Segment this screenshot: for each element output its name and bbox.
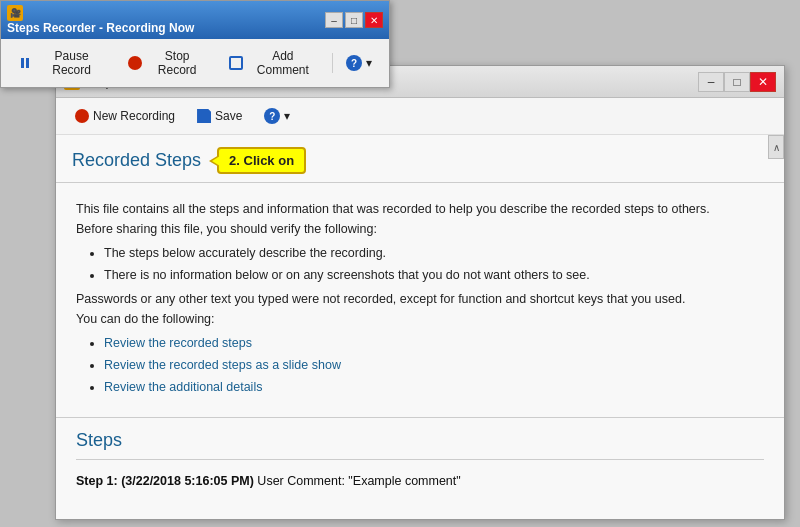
info-text-3: Passwords or any other text you typed we…: [76, 289, 764, 309]
link-list: Review the recorded steps Review the rec…: [76, 333, 764, 397]
main-restore-button[interactable]: □: [724, 72, 750, 92]
review-steps-link[interactable]: Review the recorded steps: [104, 336, 252, 350]
info-section: This file contains all the steps and inf…: [56, 183, 784, 418]
taskbar-minimize-button[interactable]: –: [325, 12, 343, 28]
scroll-up-arrow[interactable]: ∧: [768, 135, 784, 159]
taskbar-title-controls: – □ ✕: [325, 12, 383, 28]
step-1: Step 1: (3/22/2018 5:16:05 PM) User Comm…: [76, 470, 764, 492]
main-title-controls: – □ ✕: [698, 72, 776, 92]
help-icon: ?: [346, 55, 362, 71]
stop-record-button[interactable]: Stop Record: [119, 44, 218, 82]
help-button[interactable]: ? ▾: [337, 50, 381, 76]
review-slideshow-link[interactable]: Review the recorded steps as a slide sho…: [104, 358, 341, 372]
pause-record-button[interactable]: Pause Record: [9, 44, 117, 82]
taskbar-restore-button[interactable]: □: [345, 12, 363, 28]
recorded-steps-header: Recorded Steps 2. Click on: [56, 135, 784, 183]
recorded-steps-title: Recorded Steps: [72, 150, 201, 171]
main-help-icon: ?: [264, 108, 280, 124]
info-text-2: Before sharing this file, you should ver…: [76, 219, 764, 239]
main-toolbar: New Recording Save ? ▾: [56, 98, 784, 135]
save-icon: [197, 109, 211, 123]
save-button[interactable]: Save: [188, 104, 251, 128]
pause-record-label: Pause Record: [35, 49, 107, 77]
new-recording-icon: [75, 109, 89, 123]
link-item-3[interactable]: Review the additional details: [104, 377, 764, 397]
dropdown-arrow: ▾: [366, 56, 372, 70]
step-1-comment: User Comment: "Example comment": [257, 474, 460, 488]
info-text-4: You can do the following:: [76, 309, 764, 329]
taskbar-titlebar: 🎥 Steps Recorder - Recording Now – □ ✕: [1, 1, 389, 39]
step-1-label: Step 1: (3/22/2018 5:16:05 PM): [76, 474, 254, 488]
link-item-2[interactable]: Review the recorded steps as a slide sho…: [104, 355, 764, 375]
main-minimize-button[interactable]: –: [698, 72, 724, 92]
new-recording-button[interactable]: New Recording: [66, 104, 184, 128]
toolbar-separator: [332, 53, 333, 73]
taskbar-title-left: 🎥 Steps Recorder - Recording Now: [7, 5, 194, 35]
taskbar-close-button[interactable]: ✕: [365, 12, 383, 28]
comment-icon: [229, 56, 243, 70]
main-close-button[interactable]: ✕: [750, 72, 776, 92]
link-item-1[interactable]: Review the recorded steps: [104, 333, 764, 353]
main-help-button[interactable]: ? ▾: [255, 103, 299, 129]
info-bullets: The steps below accurately describe the …: [76, 243, 764, 285]
main-dropdown-arrow: ▾: [284, 109, 290, 123]
steps-recorder-icon: 🎥: [7, 5, 23, 21]
taskbar-title-text: Steps Recorder - Recording Now: [7, 21, 194, 35]
steps-title: Steps: [76, 430, 764, 460]
pause-icon: [18, 56, 31, 70]
bullet-1: The steps below accurately describe the …: [104, 243, 764, 263]
add-comment-button[interactable]: Add Comment: [220, 44, 328, 82]
taskbar-popup: 🎥 Steps Recorder - Recording Now – □ ✕ P…: [0, 0, 390, 88]
review-details-link[interactable]: Review the additional details: [104, 380, 262, 394]
taskbar-toolbar: Pause Record Stop Record Add Comment ? ▾: [1, 39, 389, 87]
main-window: 🎥 Steps Recorder – □ ✕ New Recording Sav…: [55, 65, 785, 520]
add-comment-label: Add Comment: [247, 49, 319, 77]
info-text-1: This file contains all the steps and inf…: [76, 199, 764, 219]
click-badge: 2. Click on: [217, 147, 306, 174]
new-recording-label: New Recording: [93, 109, 175, 123]
content-area[interactable]: Recorded Steps 2. Click on ∧ This file c…: [56, 135, 784, 508]
stop-icon: [128, 56, 142, 70]
steps-section: Steps Step 1: (3/22/2018 5:16:05 PM) Use…: [56, 418, 784, 504]
bullet-2: There is no information below or on any …: [104, 265, 764, 285]
stop-record-label: Stop Record: [146, 49, 209, 77]
save-label: Save: [215, 109, 242, 123]
